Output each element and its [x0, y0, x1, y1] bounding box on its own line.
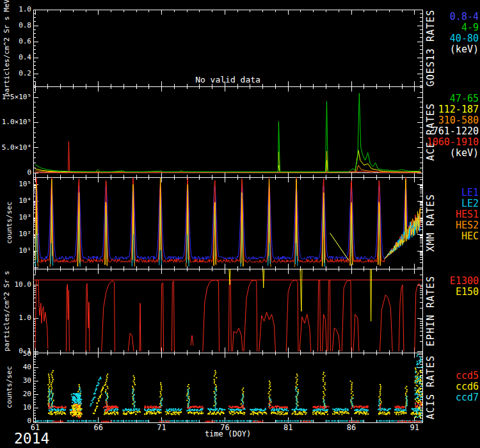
ytick-acis-30: 30 — [0, 376, 31, 385]
legend-entry-0-8-4: 0.8-4 — [450, 12, 479, 22]
legend-entry--kev-: (keV) — [427, 148, 479, 159]
legend-entry--kev-: (keV) — [450, 44, 479, 55]
ytick-goes-0.6: 0.6 — [0, 37, 31, 45]
ytick-xmm-10³: 10³ — [0, 213, 31, 221]
xtick-81: 81 — [275, 423, 301, 432]
ytick-ephin-1.0: 1.0 — [0, 314, 31, 322]
legend-entry-ccd7: ccd7 — [456, 392, 479, 403]
ytick-goes-1.0: 1.0 — [0, 5, 31, 13]
legend-entry-47-65: 47-65 — [427, 93, 479, 104]
legend-entry-hes2: HES2 — [456, 220, 479, 231]
legend-entry-761-1220: 761-1220 — [427, 126, 479, 137]
ytick-xmm-10¹: 10¹ — [0, 246, 31, 255]
panel-title-xmm: XMM RATES — [425, 194, 436, 252]
ytick-acis-10: 10 — [0, 403, 31, 412]
ytick-ace-5.0×10⁴: 5.0×10⁴ — [0, 143, 31, 152]
xtick-66: 66 — [86, 423, 111, 432]
xtick-86: 86 — [339, 423, 364, 432]
panel-borders — [33, 10, 422, 422]
legend-entry-ccd6: ccd6 — [456, 381, 479, 392]
ytick-ace-1.5×10⁵: 1.5×10⁵ — [0, 93, 31, 101]
legend-entry-310-580: 310-580 — [427, 115, 479, 126]
legend-entry-1060-1910: 1060-1910 — [427, 137, 479, 148]
panel-title-acis: ACIS RATES — [425, 355, 436, 419]
legend-entry-hec: HEC — [456, 231, 479, 242]
legend-xmm: LE1LE2HES1HES2HEC — [456, 188, 479, 242]
x-axis-label: time (DOY) — [189, 429, 266, 438]
legend-ace: 47-65112-187310-580761-12201060-1910(keV… — [427, 93, 479, 159]
ytick-xmm-10⁵: 10⁵ — [0, 180, 31, 188]
ytick-acis-40: 40 — [0, 363, 31, 371]
ytick-xmm-10²: 10² — [0, 230, 31, 238]
ytick-acis-20: 20 — [0, 390, 31, 398]
xtick-91: 91 — [402, 423, 428, 432]
legend-entry-e150: E150 — [450, 287, 479, 298]
ytick-ace-0: 0 — [0, 168, 31, 177]
x-ticks — [35, 10, 415, 422]
legend-acis: ccd5ccd6ccd7 — [456, 371, 479, 403]
ytick-ephin-10.0: 10.0 — [0, 280, 31, 289]
series-ephin — [33, 269, 422, 352]
ytick-goes-0.2: 0.2 — [0, 69, 31, 77]
ylabel-goes13: particles/cm^2 Sr s MeV — [3, 0, 11, 97]
ylabel-acis: counts/sec — [5, 366, 13, 408]
legend-ephin: E1300E150 — [450, 276, 479, 298]
plot-canvas — [0, 0, 480, 448]
series-acis — [35, 354, 422, 422]
ytick-acis-50: 50 — [0, 349, 31, 358]
legend-entry-hes1: HES1 — [456, 209, 479, 220]
legend-entry-40-80: 40-80 — [450, 33, 479, 44]
legend-entry-112-187: 112-187 — [427, 104, 479, 115]
legend-entry-le1: LE1 — [456, 188, 479, 198]
legend-entry-e1300: E1300 — [450, 276, 479, 287]
xtick-71: 71 — [149, 423, 175, 432]
year-label: 2014 — [14, 430, 49, 447]
ytick-goes-0.8: 0.8 — [0, 21, 31, 29]
panel-title-ephin: EPHIN RATES — [425, 276, 436, 346]
series-ace — [35, 93, 421, 173]
legend-entry-le2: LE2 — [456, 198, 479, 209]
ytick-goes-0.4: 0.4 — [0, 53, 31, 61]
legend-entry-ccd5: ccd5 — [456, 371, 479, 381]
series-xmm — [35, 178, 420, 268]
no-valid-data-text: No valid data — [164, 75, 292, 84]
legend-goes13: 0.8-44-940-80(keV) — [450, 12, 479, 55]
ytick-xmm-10⁴: 10⁴ — [0, 196, 31, 205]
radiation-monitor-plot: GOES13 RATES ACE RATES XMM RATES EPHIN R… — [0, 0, 480, 448]
ytick-ace-1.0×10⁵: 1.0×10⁵ — [0, 118, 31, 126]
panel-title-goes13: GOES13 RATES — [425, 10, 436, 86]
legend-entry-4-9: 4-9 — [450, 22, 479, 33]
